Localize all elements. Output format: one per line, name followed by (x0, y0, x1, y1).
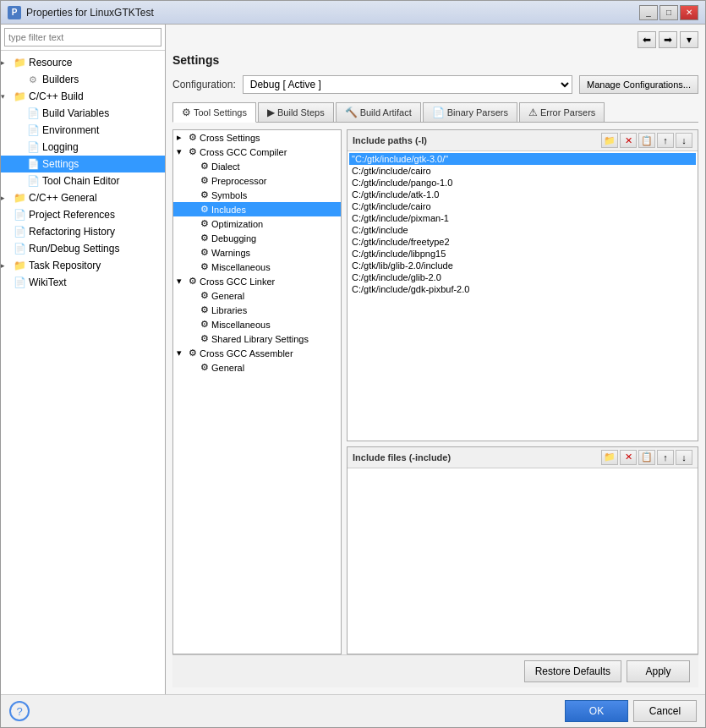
nav-back-button[interactable]: ⬅ (638, 31, 656, 48)
expander-icon: ▸ (177, 132, 189, 143)
left-tree-item-assembler-general[interactable]: ⚙General (173, 360, 341, 375)
nav-dropdown-button[interactable]: ▾ (680, 31, 698, 48)
tab-tool-settings[interactable]: ⚙Tool Settings (172, 102, 256, 123)
filter-box (1, 25, 165, 51)
move-down-include-path-button[interactable]: ↓ (676, 133, 692, 148)
move-down-include-file-button[interactable]: ↓ (676, 450, 692, 465)
sidebar-item-resource[interactable]: ▸📁Resource (1, 54, 165, 71)
sidebar-item-logging[interactable]: 📄Logging (1, 139, 165, 156)
manage-configurations-button[interactable]: Manage Configurations... (579, 75, 698, 94)
include-files-header: Include files (-include) 📁 ✕ 📋 (348, 447, 698, 468)
sidebar-item-task-repository[interactable]: ▸📁Task Repository (1, 257, 165, 274)
tab-binary-parsers[interactable]: 📄Binary Parsers (423, 102, 517, 122)
list-item[interactable]: C:/gtk/include/glib-2.0 (349, 271, 696, 283)
sidebar-item-label: Environment (42, 124, 99, 136)
list-item[interactable]: C:/gtk/include/cairo (349, 165, 696, 177)
left-tree-item-optimization[interactable]: ⚙Optimization (173, 216, 341, 231)
page-icon: 📄 (26, 157, 40, 171)
move-up-include-file-button[interactable]: ↑ (657, 450, 674, 465)
move-up-include-path-button[interactable]: ↑ (657, 133, 674, 148)
edit-file-icon: 📋 (641, 452, 653, 463)
left-tree-item-label: Libraries (211, 305, 247, 315)
list-item[interactable]: C:/gtk/include/cairo (349, 200, 696, 212)
add-file-icon: 📁 (604, 452, 616, 463)
left-tree-item-label: Includes (211, 205, 246, 215)
left-tree-item-cross-settings[interactable]: ▸⚙Cross Settings (173, 130, 341, 145)
list-item[interactable]: "C:/gtk/include/gtk-3.0/" (349, 153, 696, 165)
help-button[interactable]: ? (9, 701, 30, 721)
list-item[interactable]: C:/gtk/include/atk-1.0 (349, 189, 696, 200)
apply-button[interactable]: Apply (627, 660, 690, 682)
cancel-button[interactable]: Cancel (633, 700, 697, 722)
left-tree-item-cross-gcc-compiler[interactable]: ▾⚙Cross GCC Compiler (173, 145, 341, 159)
sidebar-item-project-references[interactable]: 📄Project References (1, 206, 165, 223)
expander-icon: ▾ (177, 348, 189, 359)
edit-include-path-button[interactable]: 📋 (638, 133, 655, 148)
left-tree-item-symbols[interactable]: ⚙Symbols (173, 188, 341, 202)
left-tree-item-includes[interactable]: ⚙Includes (173, 202, 341, 216)
delete-include-path-button[interactable]: ✕ (620, 133, 637, 148)
filter-input[interactable] (4, 28, 161, 47)
delete-include-file-button[interactable]: ✕ (620, 450, 637, 465)
left-tree-item-general[interactable]: ⚙General (173, 288, 341, 303)
minimize-button[interactable]: _ (639, 5, 658, 20)
left-tree-item-cross-gcc-linker[interactable]: ▾⚙Cross GCC Linker (173, 274, 341, 288)
list-item[interactable]: C:/gtk/include/gdk-pixbuf-2.0 (349, 283, 696, 295)
sidebar-item-builders[interactable]: ⚙Builders (1, 71, 165, 88)
tab-build-steps[interactable]: ▶Build Steps (258, 102, 334, 122)
left-tree-item-libraries[interactable]: ⚙Libraries (173, 303, 341, 317)
add-include-path-button[interactable]: 📁 (601, 133, 618, 148)
left-tree-item-linker-misc[interactable]: ⚙Miscellaneous (173, 317, 341, 331)
sidebar-item-label: Project References (29, 209, 115, 221)
list-item[interactable]: C:/gtk/include/libpng15 (349, 248, 696, 260)
list-item[interactable]: C:/gtk/include (349, 224, 696, 236)
gear-icon: ⚙ (200, 233, 209, 244)
page-icon: 📄 (26, 107, 40, 120)
left-tree-item-cross-gcc-assembler[interactable]: ▾⚙Cross GCC Assembler (173, 346, 341, 360)
left-tree-item-preprocessor[interactable]: ⚙Preprocessor (173, 173, 341, 188)
sidebar-item-build-variables[interactable]: 📄Build Variables (1, 105, 165, 122)
window-icon: P (8, 6, 21, 19)
edit-include-file-button[interactable]: 📋 (638, 450, 655, 465)
left-tree-item-warnings[interactable]: ⚙Warnings (173, 245, 341, 260)
add-include-file-button[interactable]: 📁 (601, 450, 618, 465)
restore-defaults-button[interactable]: Restore Defaults (524, 660, 621, 682)
sidebar-item-settings[interactable]: 📄Settings (1, 156, 165, 172)
title-bar-buttons: _ □ ✕ (639, 5, 698, 20)
left-tree-item-miscellaneous[interactable]: ⚙Miscellaneous (173, 260, 341, 274)
dialog-buttons: ? OK Cancel (1, 694, 705, 727)
tab-error-parsers[interactable]: ⚠Error Parsers (519, 102, 605, 122)
close-button[interactable]: ✕ (680, 5, 698, 20)
nav-forward-button[interactable]: ➡ (659, 31, 677, 48)
gear-icon: ⚙ (200, 290, 209, 301)
sidebar-item-environment[interactable]: 📄Environment (1, 122, 165, 139)
list-item[interactable]: C:/gtk/lib/glib-2.0/include (349, 260, 696, 271)
include-paths-header: Include paths (-I) 📁 ✕ 📋 (348, 130, 698, 151)
sidebar-item-refactoring-history[interactable]: 📄Refactoring History (1, 223, 165, 240)
left-tree-item-debugging[interactable]: ⚙Debugging (173, 231, 341, 245)
tab-build-artifact[interactable]: 🔨Build Artifact (336, 102, 421, 122)
left-tree-item-label: Symbols (211, 190, 247, 200)
list-item[interactable]: C:/gtk/include/freetype2 (349, 236, 696, 248)
sidebar-item-tool-chain-editor[interactable]: 📄Tool Chain Editor (1, 172, 165, 189)
list-item[interactable]: C:/gtk/include/pixman-1 (349, 212, 696, 224)
settings-content: ▸⚙Cross Settings▾⚙Cross GCC Compiler ⚙Di… (172, 129, 698, 654)
sidebar-item-cpp-build[interactable]: ▾📁C/C++ Build (1, 88, 165, 105)
config-select[interactable]: Debug [ Active ] (243, 75, 572, 94)
sidebar-item-label: WikiText (29, 276, 67, 288)
list-item[interactable]: C:/gtk/include/pango-1.0 (349, 177, 696, 189)
sidebar-item-label: C/C++ General (29, 192, 97, 204)
sidebar-item-wikitext[interactable]: 📄WikiText (1, 274, 165, 291)
ok-button[interactable]: OK (565, 700, 628, 722)
gear-icon: ⚙ (200, 319, 209, 330)
tab-icon: 📄 (432, 107, 445, 118)
maximize-button[interactable]: □ (659, 5, 678, 20)
left-tree-item-dialect[interactable]: ⚙Dialect (173, 159, 341, 173)
sidebar-item-label: Builders (42, 74, 79, 85)
window-title: Properties for LinuxGTKTest (26, 7, 639, 19)
left-tree-item-shared-library-settings[interactable]: ⚙Shared Library Settings (173, 331, 341, 346)
sidebar-item-run-debug-settings[interactable]: 📄Run/Debug Settings (1, 240, 165, 257)
gear-icon: ⚙ (189, 132, 197, 143)
sidebar-item-cpp-general[interactable]: ▸📁C/C++ General (1, 189, 165, 206)
title-bar: P Properties for LinuxGTKTest _ □ ✕ (1, 1, 705, 25)
